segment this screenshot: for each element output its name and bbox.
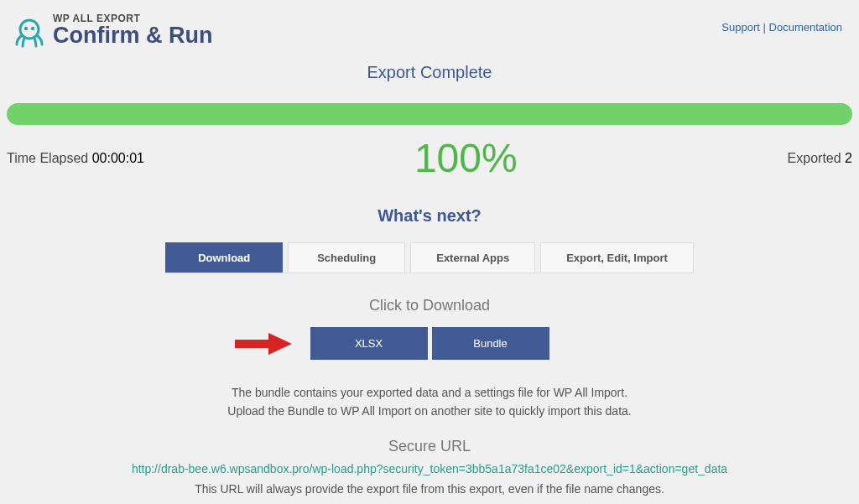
time-elapsed-value: 00:00:01 bbox=[92, 151, 144, 165]
secure-url-link[interactable]: http://drab-bee.w6.wpsandbox.pro/wp-load… bbox=[0, 462, 859, 475]
exported: Exported 2 bbox=[788, 151, 852, 166]
logo-text: WP ALL EXPORT Confirm & Run bbox=[53, 13, 212, 47]
time-elapsed-label: Time Elapsed bbox=[7, 151, 88, 165]
bundle-desc-line1: The bundle contains your exported data a… bbox=[0, 383, 859, 402]
whats-next-title: What's next? bbox=[0, 206, 859, 226]
page-header: WP ALL EXPORT Confirm & Run Support | Do… bbox=[0, 0, 859, 48]
progress-bar bbox=[7, 103, 852, 125]
svg-point-1 bbox=[24, 27, 28, 30]
progress-info: Time Elapsed 00:00:01 100% Exported 2 bbox=[0, 135, 859, 181]
secure-url-desc: This URL will always provide the export … bbox=[0, 482, 859, 496]
bundle-description: The bundle contains your exported data a… bbox=[0, 383, 859, 421]
header-links: Support | Documentation bbox=[721, 21, 842, 34]
link-divider: | bbox=[763, 21, 766, 34]
bundle-button[interactable]: Bundle bbox=[432, 327, 549, 360]
support-link[interactable]: Support bbox=[721, 21, 760, 34]
progress-percent: 100% bbox=[414, 135, 518, 181]
exported-count: 2 bbox=[845, 151, 852, 165]
secure-url-title: Secure URL bbox=[0, 438, 859, 455]
time-elapsed: Time Elapsed 00:00:01 bbox=[7, 151, 144, 166]
page-title: Confirm & Run bbox=[53, 24, 212, 47]
svg-point-0 bbox=[20, 20, 39, 39]
bundle-desc-line2: Upload the Bundle to WP All Import on an… bbox=[0, 402, 859, 420]
tab-download[interactable]: Download bbox=[165, 242, 283, 273]
xlsx-button[interactable]: XLSX bbox=[310, 327, 428, 360]
download-buttons-row: XLSX Bundle bbox=[0, 327, 859, 360]
documentation-link[interactable]: Documentation bbox=[769, 21, 842, 34]
export-status-title: Export Complete bbox=[0, 63, 859, 82]
logo-icon bbox=[13, 14, 46, 48]
click-to-download-title: Click to Download bbox=[0, 297, 859, 314]
tab-export-edit-import[interactable]: Export, Edit, Import bbox=[540, 242, 694, 273]
tabs: Download Scheduling External Apps Export… bbox=[165, 242, 694, 273]
svg-marker-3 bbox=[235, 333, 292, 355]
svg-point-2 bbox=[31, 27, 34, 30]
tab-scheduling[interactable]: Scheduling bbox=[288, 242, 405, 273]
exported-label: Exported bbox=[788, 151, 841, 165]
tab-external-apps[interactable]: External Apps bbox=[410, 242, 535, 273]
header-left: WP ALL EXPORT Confirm & Run bbox=[13, 13, 212, 48]
arrow-callout-icon bbox=[235, 331, 294, 356]
